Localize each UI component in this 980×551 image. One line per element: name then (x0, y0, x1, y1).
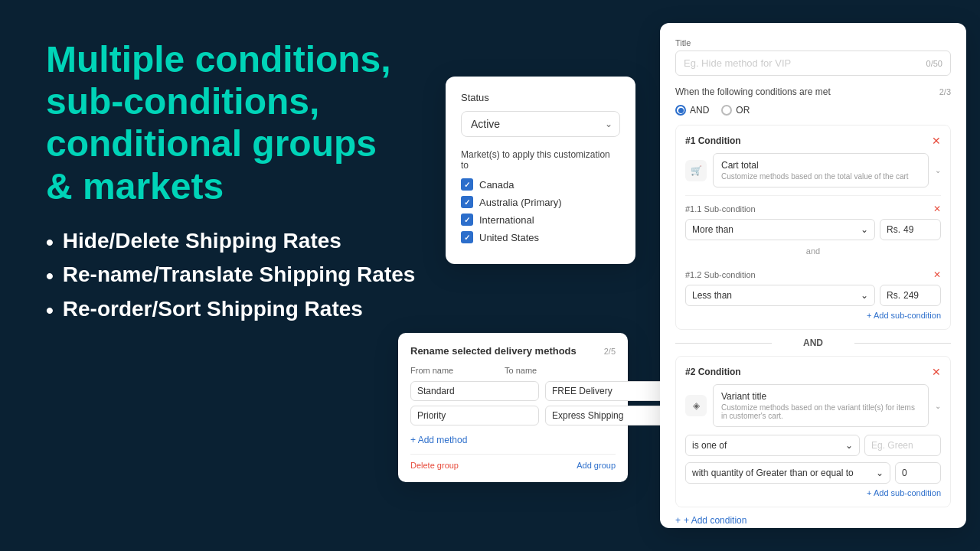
market-item-international: International (461, 214, 620, 226)
market-item-us: United States (461, 231, 620, 243)
condition-2-value[interactable]: Eg. Green (864, 435, 941, 456)
bullet-3: Re-order/Sort Shipping Rates (46, 297, 444, 324)
c2-operator-label: is one of (692, 440, 727, 451)
and-or-row: AND OR (675, 105, 951, 116)
markets-list: Canada Australia (Primary) International… (461, 178, 620, 243)
condition-2-quantity-select[interactable]: with quantity of Greater than or equal t… (685, 462, 890, 484)
variant-icon: ◈ (685, 395, 707, 416)
condition-2-chevron-icon: ⌄ (935, 402, 941, 410)
subcondition-1-1-close-icon[interactable]: ✕ (933, 204, 941, 214)
title-counter: 0/50 (926, 59, 942, 68)
subcondition-1-1: #1.1 Sub-condition ✕ More than ⌄ Rs. 49 (685, 195, 941, 240)
conditions-panel: Title Eg. Hide method for VIP 0/50 When … (660, 23, 966, 528)
or-label: OR (736, 105, 750, 116)
subcondition-1-1-header: #1.1 Sub-condition ✕ (685, 204, 941, 214)
condition-1-close-icon[interactable]: ✕ (932, 135, 941, 147)
markets-label: Market(s) to apply this customization to (461, 149, 620, 171)
conditions-header: When the following conditions are met 2/… (675, 86, 951, 97)
operator-label: More than (692, 224, 733, 235)
add-group-button[interactable]: Add group (577, 461, 616, 470)
market-label-canada: Canada (479, 179, 514, 191)
title-field-label: Title (675, 38, 951, 47)
market-label-australia: Australia (Primary) (479, 197, 562, 208)
subcondition-1-2-header: #1.2 Sub-condition ✕ (685, 269, 941, 280)
rename-card-header: Rename selected delivery methods 2/5 (410, 345, 616, 357)
operator-chevron-2-icon: ⌄ (861, 290, 868, 301)
rename-to-2[interactable] (545, 406, 674, 425)
condition-2-select-row: ◈ Variant title Customize methods based … (685, 384, 941, 427)
sub-value-1-1[interactable]: 49 (903, 224, 913, 235)
sub-prefix-1-2: Rs. (887, 290, 900, 301)
subcondition-1-2-number: #1.2 Sub-condition (685, 270, 756, 279)
sub-prefix-1-1: Rs. (887, 224, 900, 235)
rename-title: Rename selected delivery methods (410, 345, 577, 357)
conditions-label: When the following conditions are met (675, 86, 831, 97)
market-label-us: United States (479, 232, 539, 243)
delete-group-button[interactable]: Delete group (410, 461, 459, 470)
rename-footer: Delete group Add group (410, 454, 616, 470)
subcondition-1-2-operator[interactable]: Less than ⌄ (685, 285, 875, 306)
condition-1-type: Cart total (721, 160, 920, 171)
add-condition-button[interactable]: + + Add condition (675, 515, 951, 526)
and-label: AND (690, 105, 709, 116)
checkbox-international[interactable] (461, 214, 473, 226)
main-heading: Multiple conditions, sub-conditions, con… (46, 38, 444, 207)
rename-from-2[interactable] (410, 406, 539, 425)
add-method-button[interactable]: + Add method (410, 435, 467, 445)
add-subcondition-2-button[interactable]: + Add sub-condition (685, 488, 941, 497)
and-radio-dot (675, 105, 686, 116)
condition-1-desc: Customize methods based on the total val… (721, 172, 920, 181)
condition-2-select-box[interactable]: Variant title Customize methods based on… (713, 384, 929, 427)
subcondition-1-1-row: More than ⌄ Rs. 49 (685, 219, 941, 240)
rename-col-headers: From name To name (410, 366, 616, 375)
condition-2-desc: Customize methods based on the variant t… (721, 403, 920, 420)
condition-1-header: #1 Condition ✕ (685, 135, 941, 147)
rename-from-1[interactable] (410, 381, 539, 401)
condition-2-quantity-value[interactable]: 0 (895, 462, 941, 484)
status-select[interactable]: Active (461, 111, 620, 137)
col-from-label: From name (410, 366, 498, 375)
market-item-australia: Australia (Primary) (461, 196, 620, 208)
quantity-value: 0 (902, 468, 907, 478)
rename-card: Rename selected delivery methods 2/5 Fro… (398, 333, 628, 482)
status-label: Status (461, 92, 620, 103)
condition-2-operator[interactable]: is one of ⌄ (685, 435, 860, 456)
condition-2-number: #2 Condition (685, 367, 741, 377)
quantity-chevron-icon: ⌄ (876, 468, 884, 478)
subcondition-1-1-value: Rs. 49 (880, 219, 941, 240)
status-select-wrapper[interactable]: Active ⌄ (461, 111, 620, 137)
or-radio-dot (721, 105, 732, 116)
checkbox-canada[interactable] (461, 178, 473, 191)
feature-list: Hide/Delete Shipping Rates Re-name/Trans… (46, 229, 444, 324)
checkbox-us[interactable] (461, 231, 473, 243)
subcondition-1-2-value: Rs. 249 (880, 285, 941, 306)
add-subcondition-1-button[interactable]: + Add sub-condition (685, 311, 941, 320)
market-label-international: International (479, 214, 534, 226)
subcondition-1-2-close-icon[interactable]: ✕ (933, 269, 941, 280)
subcondition-1-1-operator[interactable]: More than ⌄ (685, 219, 875, 240)
cart-icon: 🛒 (685, 160, 707, 181)
subcondition-1-1-number: #1.1 Sub-condition (685, 204, 756, 214)
condition-2-quantity-row: with quantity of Greater than or equal t… (685, 462, 941, 484)
condition-1-block: #1 Condition ✕ 🛒 Cart total Customize me… (675, 125, 951, 330)
or-radio[interactable]: OR (721, 105, 750, 116)
condition-2-close-icon[interactable]: ✕ (932, 366, 941, 378)
condition-2-operator-row: is one of ⌄ Eg. Green (685, 435, 941, 456)
rename-row-1: ✕ (410, 381, 616, 401)
bullet-2: Re-name/Translate Shipping Rates (46, 262, 444, 290)
and-radio[interactable]: AND (675, 105, 709, 116)
condition-2-type: Variant title (721, 391, 920, 402)
col-to-label: To name (505, 366, 593, 375)
subcondition-1-2-row: Less than ⌄ Rs. 249 (685, 285, 941, 306)
condition-1-number: #1 Condition (685, 135, 741, 146)
rename-count: 2/5 (604, 347, 616, 356)
rename-to-1[interactable] (545, 381, 674, 401)
market-item-canada: Canada (461, 178, 620, 191)
operator-label-2: Less than (692, 290, 732, 301)
condition-1-select-box[interactable]: Cart total Customize methods based on th… (713, 153, 929, 187)
condition-2-header: #2 Condition ✕ (685, 366, 941, 378)
and-divider: AND (675, 337, 951, 348)
sub-value-1-2[interactable]: 249 (903, 290, 919, 301)
checkbox-australia[interactable] (461, 196, 473, 208)
left-panel: Multiple conditions, sub-conditions, con… (46, 38, 444, 331)
